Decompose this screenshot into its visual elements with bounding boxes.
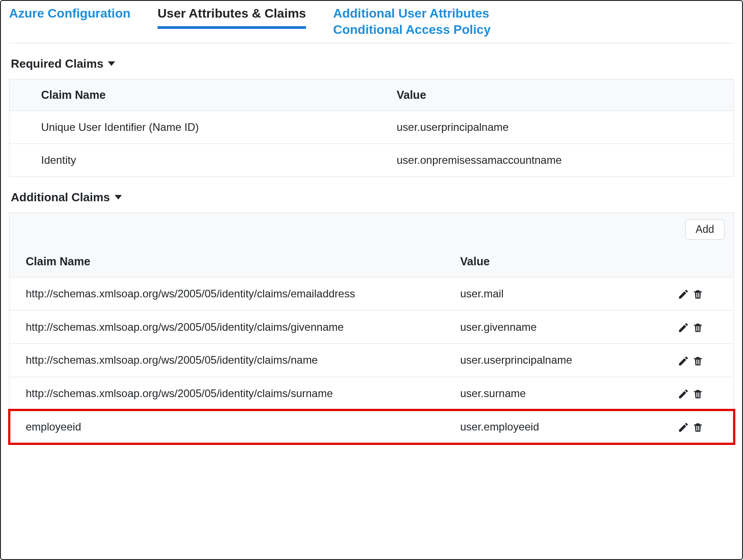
claim-value-cell: user.userprincipalname: [365, 111, 734, 143]
edit-icon[interactable]: [678, 288, 689, 300]
col-actions: [661, 246, 734, 278]
table-row: http://schemas.xmlsoap.org/ws/2005/05/id…: [9, 277, 734, 310]
tab-line1: Additional User Attributes: [333, 5, 491, 22]
table-row: http://schemas.xmlsoap.org/ws/2005/05/id…: [9, 310, 734, 344]
caret-down-icon: [108, 61, 115, 66]
table-row: http://schemas.xmlsoap.org/ws/2005/05/id…: [9, 377, 734, 410]
edit-icon[interactable]: [678, 388, 689, 400]
tab-user-attributes-claims[interactable]: User Attributes & Claims: [158, 4, 306, 29]
claim-name-cell: http://schemas.xmlsoap.org/ws/2005/05/id…: [9, 310, 444, 344]
row-actions: [661, 277, 734, 310]
edit-icon[interactable]: [678, 421, 689, 433]
claim-value-cell: user.userprincipalname: [444, 344, 662, 377]
claim-value-cell: user.onpremisessamaccountname: [365, 143, 734, 176]
additional-claims-header[interactable]: Additional Claims: [11, 190, 734, 204]
claim-value-cell: user.givenname: [444, 310, 662, 344]
delete-icon[interactable]: [692, 288, 704, 300]
required-claims-label: Required Claims: [11, 57, 103, 71]
claim-value-cell: user.mail: [444, 277, 662, 310]
claim-name-cell: employeeid: [9, 410, 444, 444]
col-claim-name: Claim Name: [9, 79, 365, 111]
tab-line2: Conditional Access Policy: [333, 22, 491, 38]
table-row: Unique User Identifier (Name ID)user.use…: [9, 111, 734, 143]
required-claims-table: Claim Name Value Unique User Identifier …: [9, 79, 734, 177]
additional-claims-table: Add Claim Name Value http://schemas.xmls…: [9, 213, 734, 444]
claim-name-cell: Identity: [9, 143, 365, 176]
delete-icon[interactable]: [692, 388, 704, 400]
additional-toolbar: Add: [9, 213, 734, 246]
claim-name-cell: http://schemas.xmlsoap.org/ws/2005/05/id…: [9, 344, 444, 377]
col-value: Value: [444, 246, 662, 278]
col-value: Value: [365, 79, 734, 111]
col-claim-name: Claim Name: [9, 246, 444, 278]
required-claims-header[interactable]: Required Claims: [11, 57, 734, 71]
claim-value-cell: user.surname: [444, 377, 662, 410]
edit-icon[interactable]: [678, 322, 689, 333]
claim-name-cell: http://schemas.xmlsoap.org/ws/2005/05/id…: [9, 277, 444, 310]
row-actions: [661, 344, 734, 377]
caret-down-icon: [115, 195, 122, 199]
delete-icon[interactable]: [692, 322, 704, 333]
tab-bar: Azure Configuration User Attributes & Cl…: [9, 1, 734, 43]
additional-claims-label: Additional Claims: [11, 190, 110, 204]
table-row: employeeiduser.employeeid: [9, 410, 734, 444]
delete-icon[interactable]: [692, 421, 704, 433]
tab-azure-configuration[interactable]: Azure Configuration: [9, 4, 130, 26]
delete-icon[interactable]: [692, 355, 704, 367]
row-actions: [661, 377, 734, 410]
table-row: http://schemas.xmlsoap.org/ws/2005/05/id…: [9, 344, 734, 377]
claim-name-cell: Unique User Identifier (Name ID): [9, 111, 365, 143]
add-button[interactable]: Add: [685, 219, 724, 240]
tab-additional-attributes-policy[interactable]: Additional User Attributes Conditional A…: [333, 4, 491, 43]
row-actions: [661, 310, 734, 344]
row-actions: [661, 410, 734, 444]
table-row: Identityuser.onpremisessamaccountname: [9, 143, 734, 176]
edit-icon[interactable]: [678, 355, 689, 367]
claim-value-cell: user.employeeid: [444, 410, 662, 444]
claim-name-cell: http://schemas.xmlsoap.org/ws/2005/05/id…: [9, 377, 444, 410]
